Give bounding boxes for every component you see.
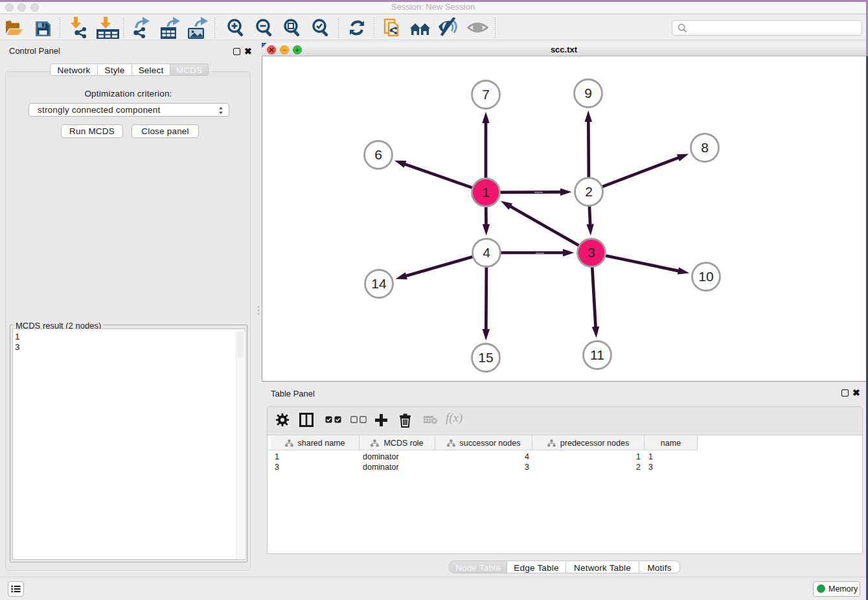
svg-text:7: 7 [482, 87, 490, 102]
svg-text:14: 14 [371, 276, 387, 291]
svg-text:15: 15 [478, 350, 493, 365]
svg-text:1: 1 [482, 185, 490, 200]
svg-text:4: 4 [483, 245, 490, 260]
svg-text:10: 10 [698, 269, 713, 284]
svg-text:11: 11 [590, 347, 604, 362]
svg-text:6: 6 [374, 147, 382, 162]
svg-text:2: 2 [585, 184, 593, 199]
svg-text:9: 9 [584, 86, 592, 100]
svg-text:3: 3 [588, 245, 595, 260]
svg-text:8: 8 [701, 140, 709, 155]
